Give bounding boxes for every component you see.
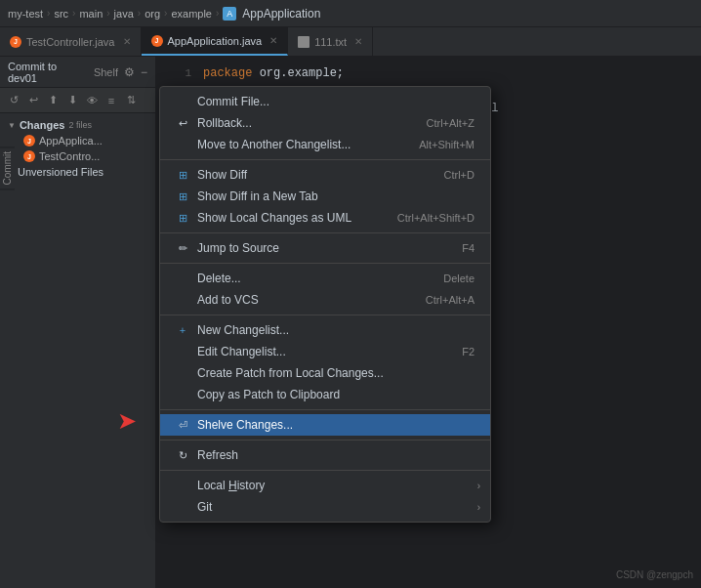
menu-label-git: Git xyxy=(197,500,212,514)
breadcrumb-sep-2: › xyxy=(106,8,109,19)
menu-label-jump: Jump to Source xyxy=(197,241,279,255)
tab-testcontroller[interactable]: J TestController.java ✕ xyxy=(0,27,142,56)
breadcrumb-sep-0: › xyxy=(47,8,50,19)
sort-icon[interactable]: ⇅ xyxy=(123,93,139,108)
editor-tab-bar: J TestController.java ✕ J AppApplication… xyxy=(0,27,701,57)
breadcrumb-sep-3: › xyxy=(138,8,141,19)
shortcut-diff: Ctrl+D xyxy=(444,169,474,181)
eye-icon[interactable]: 👁 xyxy=(84,93,100,108)
diff-tab-icon: ⊞ xyxy=(176,189,189,203)
menu-git[interactable]: Git › xyxy=(160,496,490,518)
jump-icon: ✏ xyxy=(176,241,189,255)
breadcrumb-org[interactable]: org xyxy=(144,8,160,20)
menu-create-patch[interactable]: Create Patch from Local Changes... xyxy=(160,362,490,384)
file-name-appapplication: AppApplica... xyxy=(39,135,103,147)
shortcut-edit-cl: F2 xyxy=(462,346,474,357)
menu-show-diff-tab[interactable]: ⊞ Show Diff in a New Tab xyxy=(160,186,490,207)
menu-jump-source[interactable]: ✏ Jump to Source F4 xyxy=(160,237,490,259)
menu-label-show-diff-tab: Show Diff in a New Tab xyxy=(197,189,318,203)
delete-icon xyxy=(176,272,189,285)
local-history-arrow: › xyxy=(477,481,480,491)
panel-toolbar: ↺ ↩ ⬆ ⬇ 👁 ≡ ⇅ xyxy=(0,88,155,113)
history-icon xyxy=(176,479,189,492)
breadcrumb-sep-4: › xyxy=(164,8,167,19)
breadcrumb-class[interactable]: AppApplication xyxy=(242,7,320,21)
breadcrumb-project[interactable]: my-test xyxy=(8,8,43,20)
txt-file-icon xyxy=(298,36,309,48)
sep-4 xyxy=(160,315,490,315)
menu-label-delete: Delete... xyxy=(197,272,241,285)
menu-label-uml: Show Local Changes as UML xyxy=(197,211,351,225)
shortcut-jump: F4 xyxy=(462,242,474,254)
breadcrumb-example[interactable]: example xyxy=(171,8,212,20)
menu-show-uml[interactable]: ⊞ Show Local Changes as UML Ctrl+Alt+Shi… xyxy=(160,207,490,229)
edit-changelist-icon xyxy=(176,345,189,358)
menu-label-shelve: Shelve Changes... xyxy=(197,418,293,432)
menu-label-local-history: Local History xyxy=(197,479,265,492)
tab-label-appapplication: AppApplication.java xyxy=(168,35,263,47)
menu-edit-changelist[interactable]: Edit Changelist... F2 xyxy=(160,341,490,362)
menu-show-diff[interactable]: ⊞ Show Diff Ctrl+D xyxy=(160,164,490,186)
tab-txt[interactable]: 111.txt ✕ xyxy=(288,27,373,56)
tab-label-txt: 111.txt xyxy=(314,36,347,48)
tree-item-testcontroller[interactable]: J TestContro... xyxy=(0,148,155,164)
refresh-toolbar-icon[interactable]: ↺ xyxy=(6,93,21,108)
settings-icon[interactable]: ⚙ xyxy=(124,65,135,79)
menu-move-changelist[interactable]: Move to Another Changelist... Alt+Shift+… xyxy=(160,134,490,155)
shelve-icon: ⏎ xyxy=(176,418,189,432)
menu-local-history[interactable]: Local History › xyxy=(160,475,490,496)
download-icon[interactable]: ⬇ xyxy=(64,93,80,108)
breadcrumb-sep-5: › xyxy=(216,8,219,19)
sep-2 xyxy=(160,232,490,233)
red-arrow-indicator: ➤ xyxy=(117,407,137,435)
menu-add-vcs[interactable]: Add to VCS Ctrl+Alt+A xyxy=(160,289,490,311)
tab-close-0[interactable]: ✕ xyxy=(123,36,131,47)
patch-icon xyxy=(176,366,189,380)
menu-new-changelist[interactable]: + New Changelist... xyxy=(160,319,490,341)
tree-item-appapplication[interactable]: J AppApplica... xyxy=(0,133,155,148)
tab-close-1[interactable]: ✕ xyxy=(269,35,277,46)
menu-copy-patch[interactable]: Copy as Patch to Clipboard xyxy=(160,384,490,405)
changes-count: 2 files xyxy=(68,120,92,130)
refresh-icon: ↻ xyxy=(176,448,189,462)
sep-1 xyxy=(160,159,490,160)
tab-close-2[interactable]: ✕ xyxy=(354,36,362,47)
changes-group[interactable]: ▼ Changes 2 files xyxy=(0,117,155,133)
java-file-icon-0: J xyxy=(23,135,35,147)
commit-icon xyxy=(176,95,189,108)
breadcrumb-java[interactable]: java xyxy=(114,8,134,20)
menu-refresh[interactable]: ↻ Refresh xyxy=(160,444,490,466)
menu-label-move: Move to Another Changelist... xyxy=(197,138,350,151)
menu-shelve[interactable]: ⏎ Shelve Changes... xyxy=(160,414,490,436)
menu-label-rollback: Rollback... xyxy=(197,116,252,130)
menu-label-new-changelist: New Changelist... xyxy=(197,323,289,337)
list-icon[interactable]: ≡ xyxy=(103,93,119,108)
file-name-testcontroller: TestContro... xyxy=(39,150,100,162)
watermark: CSDN @zengpch xyxy=(616,569,693,580)
unversioned-group[interactable]: ▶ Unversioned Files xyxy=(0,164,155,180)
add-vcs-icon xyxy=(176,293,189,307)
unversioned-label: Unversioned Files xyxy=(18,166,103,178)
sep-7 xyxy=(160,470,490,471)
menu-commit-file[interactable]: Commit File... xyxy=(160,91,490,112)
undo-toolbar-icon[interactable]: ↩ xyxy=(25,93,41,108)
changes-arrow: ▼ xyxy=(8,121,16,130)
tab-appapplication[interactable]: J AppApplication.java ✕ xyxy=(142,27,289,56)
shortcut-add-vcs: Ctrl+Alt+A xyxy=(426,294,474,306)
breadcrumb-bar: my-test › src › main › java › org › exam… xyxy=(0,0,701,27)
minimize-icon[interactable]: − xyxy=(141,65,147,79)
breadcrumb-main[interactable]: main xyxy=(79,8,103,20)
new-changelist-icon: + xyxy=(176,323,189,337)
shortcut-delete: Delete xyxy=(443,273,474,284)
commit-panel: Commit to dev01 Shelf ⚙ − ↺ ↩ ⬆ ⬇ 👁 ≡ ⇅ … xyxy=(0,57,156,588)
java-icon-active: J xyxy=(151,35,163,47)
shelf-label: Shelf xyxy=(94,66,118,78)
menu-rollback[interactable]: ↩ Rollback... Ctrl+Alt+Z xyxy=(160,112,490,134)
menu-label-refresh: Refresh xyxy=(197,448,238,462)
arrow-up-icon[interactable]: ⬆ xyxy=(45,93,61,108)
app-class-icon: A xyxy=(223,7,236,21)
menu-label-show-diff: Show Diff xyxy=(197,168,247,182)
breadcrumb-sep-1: › xyxy=(72,8,75,19)
menu-delete[interactable]: Delete... Delete xyxy=(160,268,490,289)
breadcrumb-src[interactable]: src xyxy=(54,8,68,20)
